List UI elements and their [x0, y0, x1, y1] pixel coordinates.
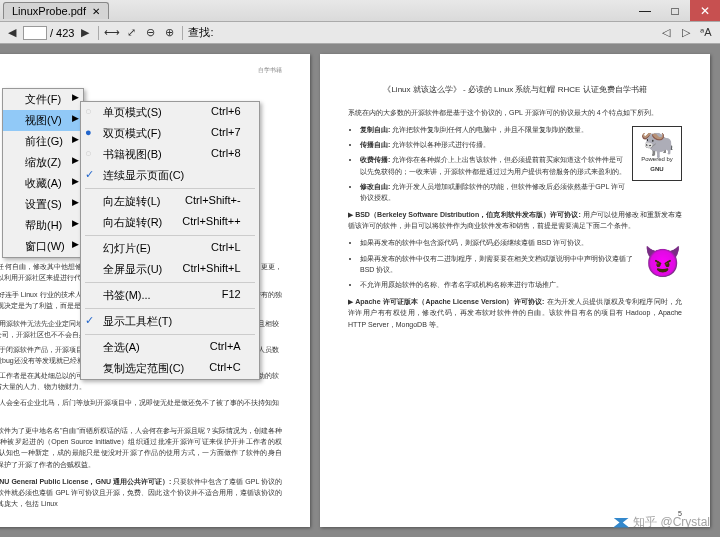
text-tool-icon[interactable]: ᵃA: [698, 25, 714, 41]
toolbar: ◀ / 423 ▶ ⟷ ⤢ ⊖ ⊕ 查找: ◁ ▷ ᵃA: [0, 22, 720, 44]
menu-popup: 文件(F)▶视图(V)▶前往(G)▶缩放(Z)▶收藏(A)▶设置(S)▶帮助(H…: [2, 88, 84, 258]
gnu-logo: 🐃 Powered by GNU: [632, 126, 682, 181]
submenu-item[interactable]: ●双页模式(F)Ctrl+7: [81, 123, 259, 144]
nav-back-icon[interactable]: ◀: [4, 25, 20, 41]
menu-item[interactable]: 帮助(H)▶: [3, 215, 83, 236]
submenu-item[interactable]: 向右旋转(R)Ctrl+Shift++: [81, 212, 259, 233]
menu-item[interactable]: 缩放(Z)▶: [3, 152, 83, 173]
fit-page-icon[interactable]: ⤢: [123, 25, 139, 41]
submenu-item[interactable]: ○单页模式(S)Ctrl+6: [81, 102, 259, 123]
menu-item[interactable]: 窗口(W)▶: [3, 236, 83, 257]
submenu-item[interactable]: ✓显示工具栏(T): [81, 311, 259, 332]
zhihu-icon: [613, 518, 629, 528]
watermark: 知乎 @Crystal: [613, 514, 710, 531]
submenu-item[interactable]: ✓连续显示页面(C): [81, 165, 259, 186]
page-header: 自学书籍: [258, 66, 282, 76]
submenu-item[interactable]: 复制选定范围(C)Ctrl+C: [81, 358, 259, 379]
window-close-button[interactable]: ✕: [690, 0, 720, 21]
list-item: 如果再发布的软件中包含源代码，则源代码必须继续遵循 BSD 许可协议。: [360, 237, 682, 248]
submenu-item[interactable]: 全选(A)Ctrl+A: [81, 337, 259, 358]
submenu-item[interactable]: 书签(M)...F12: [81, 285, 259, 306]
tab-title: LinuxProbe.pdf: [12, 5, 86, 17]
list-item: 修改自由: 允许开发人员增加或删除软件的功能，但软件修改后必须依然基于GPL 许…: [360, 181, 682, 203]
nav-fwd-icon[interactable]: ▶: [77, 25, 93, 41]
tab-close-icon[interactable]: ✕: [92, 6, 100, 17]
menu-item[interactable]: 前往(G)▶: [3, 131, 83, 152]
list-item: 更透明: 没有人会全石企业北马，后门等放到开源项目中，况即便无处是做还免不了被了…: [0, 397, 282, 419]
minimize-button[interactable]: —: [630, 0, 660, 21]
titlebar: LinuxProbe.pdf ✕ — □ ✕: [0, 0, 720, 22]
list-item: 如果再发布的软件中仅有二进制程序，则需要要在相关文档或版说明中中声明协议遵循了 …: [360, 253, 682, 275]
view-submenu: ○单页模式(S)Ctrl+6●双页模式(F)Ctrl+7○书籍视图(B)Ctrl…: [80, 101, 260, 380]
submenu-item[interactable]: 幻灯片(E)Ctrl+L: [81, 238, 259, 259]
page-total: / 423: [50, 27, 74, 39]
zoom-in-icon[interactable]: ⊕: [161, 25, 177, 41]
submenu-item[interactable]: 全屏显示(U)Ctrl+Shift+L: [81, 259, 259, 280]
list-item: 不允许用原始软件的名称、作者名字或机构名称来进行市场推广。: [360, 279, 682, 290]
main-menu: 文件(F)▶视图(V)▶前往(G)▶缩放(Z)▶收藏(A)▶设置(S)▶帮助(H…: [2, 88, 84, 258]
menu-item[interactable]: 设置(S)▶: [3, 194, 83, 215]
maximize-button[interactable]: □: [660, 0, 690, 21]
fit-width-icon[interactable]: ⟷: [104, 25, 120, 41]
prev-page-icon[interactable]: ◁: [658, 25, 674, 41]
page-number-input[interactable]: [23, 26, 47, 40]
submenu-item[interactable]: 向左旋转(L)Ctrl+Shift+-: [81, 191, 259, 212]
menu-item[interactable]: 文件(F)▶: [3, 89, 83, 110]
find-label: 查找:: [188, 25, 213, 40]
next-page-icon[interactable]: ▷: [678, 25, 694, 41]
menu-item[interactable]: 视图(V)▶: [3, 110, 83, 131]
submenu-item[interactable]: ○书籍视图(B)Ctrl+8: [81, 144, 259, 165]
page-title: 《Linux 就该这么学》 - 必读的 Linux 系统与红帽 RHCE 认证免…: [348, 84, 682, 97]
pdf-page-right: 《Linux 就该这么学》 - 必读的 Linux 系统与红帽 RHCE 认证免…: [320, 54, 710, 527]
bsd-logo: 😈: [642, 239, 682, 284]
menu-item[interactable]: 收藏(A)▶: [3, 173, 83, 194]
document-tab[interactable]: LinuxProbe.pdf ✕: [3, 2, 109, 19]
zoom-out-icon[interactable]: ⊖: [142, 25, 158, 41]
